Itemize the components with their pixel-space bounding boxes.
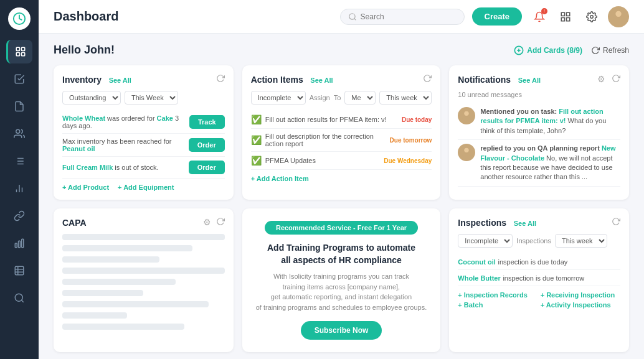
sidebar-item-table[interactable] [6,259,32,282]
create-button[interactable]: Create [472,7,522,26]
action-items-filter-status[interactable]: Incomplete [251,91,306,105]
notification-icon[interactable]: ! [529,7,549,27]
notification-badge: ! [541,8,547,14]
sidebar [0,0,39,359]
inventory-filter-time[interactable]: This Week [125,91,178,105]
capa-refresh-icon[interactable] [216,217,225,228]
inventory-item-1: Whole Wheat was ordered for Cake 3 days … [62,111,225,134]
notifications-title-row: Notifications See All [458,75,541,85]
skel-line-3 [62,256,159,263]
action-items-filter-time[interactable]: This week [379,91,432,105]
sidebar-item-documents[interactable] [6,95,32,118]
inventory-add-links: + Add Product + Add Equipment [62,184,225,191]
svg-rect-1 [16,47,19,50]
grid-icon[interactable] [556,7,575,27]
inspection-item-1: Coconut oil inspection is due today [458,254,620,270]
sidebar-item-bar-chart[interactable] [6,231,32,255]
add-equipment-link[interactable]: + Add Equipment [118,184,174,191]
inventory-item-1-link-wheat[interactable]: Whole Wheat [62,114,105,122]
action-items-see-all[interactable]: See All [310,77,333,84]
notification-body-2: replied to you on QA planning report New… [480,144,620,182]
recommended-title: Add Training Programs to automateall asp… [267,242,415,266]
search-bar[interactable] [340,9,465,25]
action-items-card-header: Action Items See All [251,74,432,85]
notifications-refresh-icon[interactable] [612,74,620,85]
inspections-filter-row: Incomplete Inspections This week [458,234,620,248]
inspection-records-link[interactable]: + Inspection Records [458,291,537,299]
sidebar-item-list[interactable] [6,149,32,173]
user-avatar[interactable] [608,6,629,27]
capa-skeleton [62,234,225,330]
cards-grid: Inventory See All Outstanding This Week [54,65,629,352]
svg-point-31 [615,11,621,16]
notification-action-2: replied to you on QA planning report [480,144,599,152]
inspections-see-all[interactable]: See All [514,220,536,227]
svg-rect-3 [16,53,19,56]
notification-body-1: Mentioned you on task: Fill out action r… [480,107,620,136]
activity-inspections-link[interactable]: + Activity Inspections [541,301,620,309]
inspection-item-1-text: inspection is due today [498,258,567,266]
inspections-filter-status[interactable]: Incomplete [458,234,513,248]
add-action-item-link[interactable]: + Add Action Item [251,175,432,182]
action-items-filter-row: Incomplete Assign To Me This week [251,91,432,105]
add-cards-label: Add Cards (8/9) [527,46,582,55]
assign-label: Assign [310,94,330,101]
header-actions: Add Cards (8/9) Refresh [514,45,629,55]
sidebar-item-people[interactable] [6,122,32,146]
app-logo[interactable] [8,7,31,30]
inventory-item-1-text: Whole Wheat was ordered for Cake 3 days … [62,114,189,129]
svg-point-30 [590,15,594,18]
svg-rect-4 [21,53,24,56]
recommended-banner: Recommended Service - Free For 1 Year [265,221,418,235]
inventory-item-2: Max inventory has been reached for Peanu… [62,134,225,157]
action-item-3: ✅ PFMEA Updates Due Wednesday [251,152,432,170]
notifications-see-all[interactable]: See All [518,77,541,84]
inspections-filter-time[interactable]: This week [555,234,607,248]
notifications-card-header: Notifications See All ⚙ [458,74,620,85]
sidebar-item-tasks[interactable] [6,67,32,91]
action-item-2-due: Due tomorrow [390,137,432,144]
inventory-refresh-icon[interactable] [216,74,225,85]
svg-rect-27 [567,12,570,16]
inventory-see-all[interactable]: See All [109,77,131,84]
inventory-item-1-link-cake[interactable]: Cake [157,114,173,122]
add-product-link[interactable]: + Add Product [62,184,109,191]
inventory-filter-status[interactable]: Outstanding [62,91,121,105]
inventory-item-2-link-peanut[interactable]: Peanut oil [62,145,95,152]
inspections-title: Inspections [458,218,506,228]
settings-icon[interactable] [582,7,602,27]
svg-rect-17 [22,239,24,248]
batch-link[interactable]: + Batch [458,301,537,309]
sidebar-item-search[interactable] [6,286,32,310]
main-area: Dashboard Create ! Hello John! [39,0,644,359]
inventory-item-3-link-milk[interactable]: Full Cream Milk [62,164,113,171]
action-items-title: Action Items [251,75,303,85]
action-check-icon-3: ✅ [251,156,262,166]
inspections-refresh-icon[interactable] [612,217,620,228]
sidebar-item-link[interactable] [6,204,32,228]
svg-rect-18 [15,266,24,275]
action-items-filter-assignee[interactable]: Me [344,91,376,105]
refresh-button[interactable]: Refresh [591,46,629,55]
capa-gear-icon[interactable]: ⚙ [203,217,211,228]
inspection-item-2-link[interactable]: Whole Butter [458,274,500,282]
sidebar-item-dashboard[interactable] [6,40,32,63]
add-cards-button[interactable]: Add Cards (8/9) [514,45,582,55]
action-item-1: ✅ Fill out action results for PFMEA item… [251,111,432,129]
inspections-card: Inspections See All Incomplete Inspectio… [449,208,629,352]
capa-icons: ⚙ [203,217,225,228]
notifications-gear-icon[interactable]: ⚙ [597,74,605,85]
sidebar-item-chart[interactable] [6,177,32,200]
subscribe-button[interactable]: Subscribe Now [301,321,382,340]
order-button-2[interactable]: Order [189,161,225,174]
notifications-unread-count: 10 unread messages [458,91,620,98]
search-input[interactable] [361,12,448,21]
action-items-title-row: Action Items See All [251,75,333,85]
action-items-refresh-icon[interactable] [423,74,432,85]
order-button-1[interactable]: Order [189,138,225,152]
track-button-1[interactable]: Track [189,115,225,129]
inventory-card: Inventory See All Outstanding This Week [54,65,234,200]
notification-action-1: Mentioned you on task: [480,108,557,115]
inspection-item-1-link[interactable]: Coconut oil [458,258,496,266]
receiving-inspection-link[interactable]: + Receiving Inspection [541,291,620,299]
